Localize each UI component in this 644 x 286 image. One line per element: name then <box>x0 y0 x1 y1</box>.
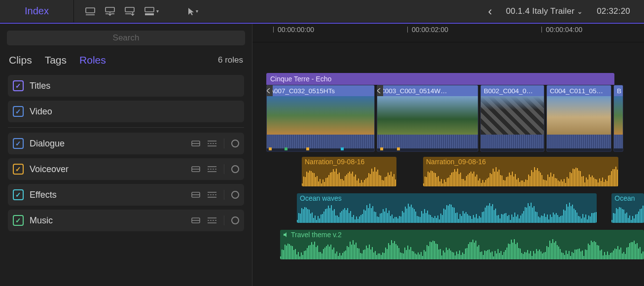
clip-thumbnails <box>267 96 374 135</box>
video-clip[interactable]: B002_C004_0… <box>480 85 544 152</box>
roles-count-label: 6 roles <box>218 55 243 65</box>
ruler-tick: 00:00:04:00 <box>541 26 582 34</box>
clip-markers <box>267 148 374 151</box>
role-item-music[interactable]: ✓Music <box>8 210 244 231</box>
clip-markers <box>481 148 544 151</box>
clip-name-label: C003_C003_0514W… <box>377 85 478 96</box>
top-toolbar: Index ▾ ▾ ‹ 00.1.4 Italy Trailer ⌄ 02:32… <box>0 0 644 23</box>
video-clip[interactable]: B <box>613 85 623 152</box>
lane-collapse-icon[interactable] <box>191 217 200 223</box>
insert-tool-icon[interactable] <box>105 7 115 16</box>
role-checkbox[interactable]: ✓ <box>13 80 24 91</box>
ruler-tick: 00:00:02:00 <box>407 26 448 34</box>
transition-handle[interactable] <box>377 85 383 96</box>
role-audio-controls <box>191 164 239 174</box>
lane-collapse-icon[interactable] <box>191 141 200 146</box>
toolbar-tool-group: ▾ ▾ <box>74 7 198 16</box>
video-clip[interactable]: A007_C032_0515HTs <box>266 85 375 152</box>
storyline-title-bar[interactable]: Cinque Terre - Echo <box>266 73 614 85</box>
clip-audio-waveform <box>614 135 623 148</box>
clip-thumbnails <box>377 96 478 135</box>
role-checkbox[interactable]: ✓ <box>13 138 24 149</box>
role-label: Effects <box>30 190 185 200</box>
clip-thumbnails <box>547 96 611 135</box>
audio-clip-label: Ocean waves <box>297 193 597 203</box>
tab-tags[interactable]: Tags <box>45 54 67 66</box>
time-ruler[interactable]: 00:00:00:0000:00:02:0000:00:04:00 <box>252 24 644 42</box>
clip-markers <box>547 148 611 151</box>
audio-clip[interactable]: Narration_09-08-16 <box>423 157 618 186</box>
lane-expand-icon[interactable] <box>207 191 217 198</box>
back-nav-icon[interactable]: ‹ <box>488 4 492 18</box>
audio-clip[interactable]: Ocean waves <box>297 193 597 223</box>
lane-collapse-icon[interactable] <box>191 166 200 172</box>
clip-thumbnails <box>481 96 544 135</box>
clip-name-label: A007_C032_0515HTs <box>267 85 374 96</box>
audio-clip-label: Narration_09-08-16 <box>423 157 618 167</box>
clip-thumbnails <box>614 96 623 135</box>
clip-audio-waveform <box>547 135 611 148</box>
chevron-down-icon: ▾ <box>196 8 198 14</box>
role-checkbox[interactable]: ✓ <box>13 106 24 117</box>
project-name-dropdown[interactable]: 00.1.4 Italy Trailer ⌄ <box>506 6 583 16</box>
search-input[interactable] <box>7 31 245 45</box>
select-tool-icon[interactable]: ▾ <box>187 7 198 16</box>
solo-icon[interactable] <box>231 165 239 173</box>
role-item-titles[interactable]: ✓Titles <box>8 75 244 97</box>
tab-roles[interactable]: Roles <box>79 54 106 66</box>
append-tool-icon[interactable] <box>124 7 135 16</box>
position-tool-icon[interactable] <box>85 7 96 16</box>
audio-clip[interactable]: Narration_09-08-16 <box>302 157 396 186</box>
role-label: Titles <box>30 81 239 91</box>
lane-expand-icon[interactable] <box>207 166 217 173</box>
role-checkbox[interactable]: ✓ <box>13 164 24 175</box>
role-label: Voiceover <box>30 164 185 175</box>
solo-icon[interactable] <box>231 216 239 224</box>
svg-rect-8 <box>145 13 154 15</box>
overwrite-tool-icon[interactable]: ▾ <box>144 7 159 16</box>
lane-collapse-icon[interactable] <box>191 192 200 198</box>
role-item-voiceover[interactable]: ✓Voiceover <box>8 158 244 180</box>
index-button[interactable]: Index <box>0 0 74 22</box>
video-clip[interactable]: C003_C003_0514W… <box>377 85 478 152</box>
audio-clip-label: Narration_09-08-16 <box>302 157 396 167</box>
ruler-tick: 00:00:00:00 <box>273 26 314 34</box>
role-label: Video <box>30 107 239 117</box>
lane-expand-icon[interactable] <box>207 140 217 147</box>
role-checkbox[interactable]: ✓ <box>13 189 24 200</box>
transition-handle[interactable] <box>266 85 273 96</box>
ruler-tick-label: 00:00:00:00 <box>278 26 314 34</box>
ruler-tick-label: 00:00:04:00 <box>546 26 582 34</box>
chevron-down-icon: ▾ <box>156 8 159 14</box>
clip-audio-waveform <box>481 135 544 148</box>
project-name-label: 00.1.4 Italy Trailer <box>506 6 574 16</box>
index-sidebar: Clips Tags Roles 6 roles ✓Titles✓Video ✓… <box>0 24 252 286</box>
storyline-title-label: Cinque Terre - Echo <box>270 75 331 83</box>
video-clip[interactable]: C004_C011_05… <box>546 85 611 152</box>
audio-clip-label: Travel theme v.2 <box>280 230 644 240</box>
index-label: Index <box>25 5 49 17</box>
clip-name-label: B002_C004_0… <box>481 85 544 96</box>
svg-rect-2 <box>106 7 114 12</box>
role-audio-controls <box>191 190 239 200</box>
role-divider <box>8 127 244 128</box>
solo-icon[interactable] <box>231 140 239 147</box>
role-item-dialogue[interactable]: ✓Dialogue <box>8 133 244 154</box>
svg-rect-7 <box>145 7 154 12</box>
role-item-effects[interactable]: ✓Effects <box>8 184 244 206</box>
timeline[interactable]: 00:00:00:0000:00:02:0000:00:04:00 Cinque… <box>252 24 644 286</box>
clip-name-label: B <box>614 85 623 96</box>
lane-expand-icon[interactable] <box>207 217 217 224</box>
voiceover-track: Narration_09-08-16Narration_09-08-16 <box>266 157 644 186</box>
role-checkbox[interactable]: ✓ <box>13 215 24 226</box>
role-label: Dialogue <box>30 139 185 149</box>
solo-icon[interactable] <box>231 191 239 199</box>
tab-clips[interactable]: Clips <box>9 54 32 66</box>
role-item-video[interactable]: ✓Video <box>8 101 244 122</box>
svg-rect-5 <box>125 7 134 12</box>
effects-track: Ocean wavesOcean <box>266 193 644 223</box>
audio-clip[interactable]: Ocean <box>611 193 644 223</box>
audio-clip[interactable]: Travel theme v.2 <box>280 230 644 259</box>
music-track: Travel theme v.2 <box>266 230 644 259</box>
role-audio-controls <box>191 139 239 148</box>
